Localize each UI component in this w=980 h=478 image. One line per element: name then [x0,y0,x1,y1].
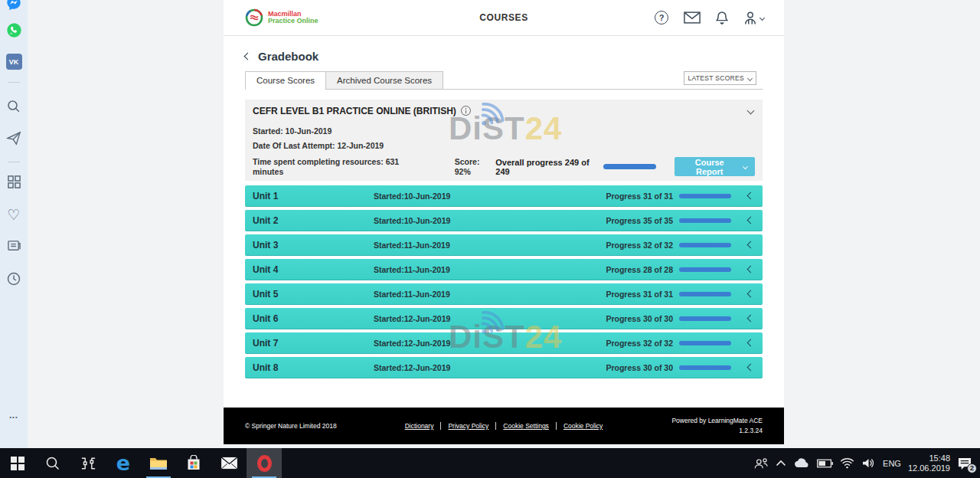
unit-progress-bar [679,365,731,370]
footer-link[interactable]: Cookie Settings [495,422,549,430]
tab-course-scores[interactable]: Course Scores [245,71,326,90]
language-indicator[interactable]: ENG [883,459,901,468]
course-title: CEFR LEVEL B1 PRACTICE ONLINE (BRITISH) [253,106,456,116]
screen: VK ♡ ••• [0,0,980,478]
bookmarks-heart-icon[interactable]: ♡ [0,206,28,224]
course-started: Started: 10-Jun-2019 [245,126,763,136]
unit-progress-label: Progress 30 of 30 [606,314,673,323]
edge-button[interactable]: e [106,448,141,478]
unit-expand-chevron-icon[interactable] [747,364,755,372]
action-center-button[interactable]: 2 [957,457,972,470]
opera-button[interactable] [247,448,282,478]
opera-icon [257,455,272,472]
unit-expand-chevron-icon[interactable] [747,241,755,249]
search-icon[interactable] [0,99,28,114]
system-tray: ENG 15:48 12.06.2019 2 [753,448,980,478]
store-button[interactable] [176,448,211,478]
taskbar-search-button[interactable] [35,448,70,478]
vk-icon[interactable]: VK [0,54,28,70]
news-icon[interactable] [0,239,28,252]
onedrive-cloud-icon[interactable] [793,458,810,468]
unit-name: Unit 5 [253,289,374,300]
account-menu[interactable] [743,11,764,25]
back-chevron-icon[interactable] [244,53,252,61]
windows-taskbar: e [0,448,980,478]
messenger-icon[interactable] [0,0,28,11]
unit-progress-label: Progress 32 of 32 [606,241,673,250]
unit-name: Unit 1 [253,191,374,201]
unit-progress-bar [679,316,731,321]
mail-button[interactable] [211,448,247,478]
unit-row[interactable]: Unit 1 Started:10-Jun-2019 Progress 31 o… [245,185,763,207]
help-icon[interactable]: ? [655,11,668,25]
tray-expand-chevron-icon[interactable] [776,460,786,467]
unit-expand-chevron-icon[interactable] [747,266,755,273]
notification-badge: 2 [967,463,977,473]
unit-expand-chevron-icon[interactable] [747,217,755,224]
overall-progress-label: Overall progress 249 of 249 [495,158,599,176]
unit-progress-label: Progress 30 of 30 [606,363,673,372]
unit-started-date: Started:12-Jun-2019 [374,314,450,323]
volume-icon[interactable] [861,457,876,469]
course-time-spent: Time spent completing resources: 631 min… [253,157,423,177]
my-flow-icon[interactable] [0,131,28,146]
browser-viewport: Macmillan Practice Online COURSES ? [28,0,980,448]
unit-expand-chevron-icon[interactable] [747,315,755,322]
unit-started-date: Started:11-Jun-2019 [374,290,450,299]
store-icon [186,455,201,471]
scores-filter-value: LATEST SCORES [688,74,745,82]
people-icon[interactable] [753,457,769,470]
sidebar-divider [8,82,20,83]
unit-row[interactable]: Unit 6 Started:12-Jun-2019 Progress 30 o… [245,308,763,329]
footer-link[interactable]: Dictionary [405,422,434,430]
unit-progress-bar [679,292,731,296]
account-person-icon [743,11,757,25]
course-collapse-chevron-icon[interactable] [747,107,755,115]
unit-expand-chevron-icon[interactable] [747,339,755,347]
battery-icon[interactable] [817,459,833,468]
unit-row[interactable]: Unit 2 Started:10-Jun-2019 Progress 35 o… [245,210,763,231]
filter-chevron-icon [747,75,753,80]
unit-row[interactable]: Unit 8 Started:12-Jun-2019 Progress 30 o… [245,357,763,378]
course-report-button[interactable]: Course Report [675,157,755,176]
course-panel-header[interactable]: CEFR LEVEL B1 PRACTICE ONLINE (BRITISH) [245,100,763,122]
notifications-bell-icon[interactable] [716,11,728,25]
unit-expand-chevron-icon[interactable] [747,290,755,298]
footer-link[interactable]: Privacy Policy [440,422,488,430]
history-clock-icon[interactable] [0,271,28,286]
unit-row[interactable]: Unit 4 Started:11-Jun-2019 Progress 28 o… [245,259,763,280]
mail-icon[interactable] [684,11,701,24]
search-icon [45,456,60,471]
unit-progress-label: Progress 35 of 35 [606,216,673,225]
unit-progress-bar [679,218,731,223]
unit-row[interactable]: Unit 5 Started:11-Jun-2019 Progress 31 o… [245,283,763,305]
wifi-icon[interactable] [840,458,854,469]
tab-archived-course-scores[interactable]: Archived Course Scores [326,71,443,89]
unit-progress-bar [679,341,731,345]
scores-filter-dropdown[interactable]: LATEST SCORES [684,71,757,85]
unit-started-date: Started:10-Jun-2019 [374,192,450,201]
site-header: Macmillan Practice Online COURSES ? [224,0,784,36]
mail-icon [220,457,238,470]
speed-dial-icon[interactable] [0,175,28,189]
unit-started-date: Started:12-Jun-2019 [374,339,450,348]
info-icon[interactable] [461,106,471,116]
unit-name: Unit 3 [253,240,374,250]
windows-logo-icon [11,457,24,470]
unit-row[interactable]: Unit 7 Started:12-Jun-2019 Progress 32 o… [245,332,763,354]
unit-row[interactable]: Unit 3 Started:11-Jun-2019 Progress 32 o… [245,234,763,256]
account-chevron-icon [760,15,765,20]
footer-link[interactable]: Cookie Policy [556,422,603,430]
start-button[interactable] [0,448,35,478]
file-explorer-button[interactable] [141,448,176,478]
unit-started-date: Started:11-Jun-2019 [374,265,450,274]
unit-progress-bar [679,243,731,247]
whatsapp-icon[interactable] [0,22,28,38]
course-panel: CEFR LEVEL B1 PRACTICE ONLINE (BRITISH) … [245,100,763,181]
unit-expand-chevron-icon[interactable] [747,192,755,200]
taskbar-clock[interactable]: 15:48 12.06.2019 [908,453,950,473]
site-footer: © Springer Nature Limited 2018 Dictionar… [224,408,784,444]
task-view-button[interactable] [70,448,106,478]
edge-icon: e [116,451,130,475]
sidebar-more-icon[interactable]: ••• [0,414,28,421]
